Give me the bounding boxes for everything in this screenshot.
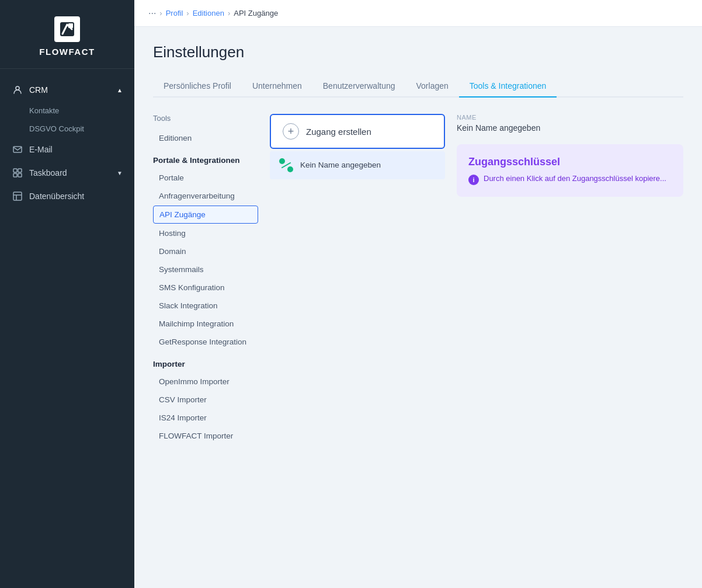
sidebar-item-taskboard[interactable]: Taskboard ▼ (0, 161, 134, 185)
menu-item-anfragenverarbeitung[interactable]: Anfragenverarbeitung (153, 187, 258, 204)
menu-item-flowfact-importer[interactable]: FLOWFACT Importer (153, 427, 258, 444)
svg-point-2 (16, 86, 19, 90)
api-icon (279, 158, 293, 172)
svg-rect-8 (13, 192, 22, 200)
svg-rect-3 (13, 147, 22, 152)
tab-unternehmen[interactable]: Unternehmen (242, 75, 312, 98)
menu-item-slack-integration[interactable]: Slack Integration (153, 297, 258, 314)
sidebar-item-dsgvo[interactable]: DSGVO Cockpit (0, 120, 134, 138)
zugang-title: Zugangsschlüssel (468, 156, 672, 168)
sidebar-item-crm[interactable]: CRM ▲ (0, 78, 134, 102)
svg-rect-6 (13, 173, 17, 177)
logo-area: FLOWFACT (0, 0, 134, 69)
menu-item-editionen[interactable]: Editionen (153, 130, 258, 147)
settings-tabs: Persönliches Profil Unternehmen Benutzer… (153, 75, 683, 98)
email-label: E-Mail (29, 145, 123, 154)
section-tools-label: Tools (153, 114, 258, 123)
sidebar-navigation: CRM ▲ Kontakte DSGVO Cockpit E-Mail (0, 69, 134, 588)
zugang-card: Zugangsschlüssel i Durch einen Klick auf… (457, 144, 683, 197)
sidebar-item-kontakte[interactable]: Kontakte (0, 102, 134, 120)
breadcrumb-dots[interactable]: ··· (148, 8, 156, 19)
zugang-info: i Durch einen Klick auf den Zugangsschlü… (468, 174, 672, 185)
logo-text: FLOWFACT (39, 47, 95, 57)
breadcrumb-sep-1: › (159, 9, 162, 18)
menu-item-portale[interactable]: Portale (153, 169, 258, 186)
tab-tools-integrationen[interactable]: Tools & Integrationen (459, 75, 557, 98)
svg-rect-5 (18, 169, 22, 172)
taskboard-icon (12, 167, 23, 179)
tab-persoenliches-profil[interactable]: Persönliches Profil (153, 75, 242, 98)
breadcrumb-sep-2: › (186, 9, 189, 18)
list-item-name: Kein Name angegeben (300, 160, 381, 171)
logo-icon (54, 16, 80, 42)
name-field-value: Kein Name angegeben (457, 123, 683, 133)
sidebar-item-email[interactable]: E-Mail (0, 138, 134, 161)
three-col-layout: Tools Editionen Portale & Integrationen … (153, 114, 683, 572)
sidebar: FLOWFACT CRM ▲ Kontakte DSGVO Cockpit E-… (0, 0, 134, 588)
right-col: Name Kein Name angegeben Zugangsschlüsse… (457, 114, 683, 572)
breadcrumb-api-zugaenge: API Zugänge (234, 9, 278, 18)
topbar: ··· › Profil › Editionen › API Zugänge (134, 0, 702, 27)
menu-item-systemmails[interactable]: Systemmails (153, 261, 258, 278)
menu-item-hosting[interactable]: Hosting (153, 225, 258, 242)
tab-vorlagen[interactable]: Vorlagen (406, 75, 459, 98)
left-sidebar: Tools Editionen Portale & Integrationen … (153, 114, 270, 572)
name-field-label: Name (457, 114, 683, 121)
breadcrumb-editionen[interactable]: Editionen (193, 9, 224, 18)
menu-item-api-zugaenge[interactable]: API Zugänge (153, 206, 258, 224)
datenuebersicht-icon (12, 190, 23, 202)
svg-rect-1 (68, 23, 73, 28)
section-portale-label: Portale & Integrationen (153, 156, 258, 165)
crm-label: CRM (29, 85, 111, 95)
menu-item-mailchimp-integration[interactable]: Mailchimp Integration (153, 315, 258, 332)
breadcrumb-sep-3: › (228, 9, 230, 18)
middle-col: + Zugang erstellen Kein Name angegeben (270, 114, 457, 572)
main-content: ··· › Profil › Editionen › API Zugänge E… (134, 0, 702, 588)
page-title: Einstellungen (153, 43, 683, 61)
tab-benutzerverwaltung[interactable]: Benutzerverwaltung (312, 75, 406, 98)
menu-item-sms-konfiguration[interactable]: SMS Konfiguration (153, 279, 258, 296)
crm-chevron: ▲ (117, 87, 123, 93)
taskboard-label: Taskboard (29, 168, 111, 178)
menu-item-csv-importer[interactable]: CSV Importer (153, 391, 258, 408)
datenuebersicht-label: Datenübersicht (29, 192, 123, 201)
svg-rect-4 (13, 169, 17, 172)
menu-item-getresponse-integration[interactable]: GetResponse Integration (153, 333, 258, 350)
create-button-label: Zugang erstellen (306, 127, 371, 137)
menu-item-is24-importer[interactable]: IS24 Importer (153, 409, 258, 426)
create-zugang-button[interactable]: + Zugang erstellen (270, 114, 445, 149)
menu-item-openimmo[interactable]: OpenImmo Importer (153, 373, 258, 390)
menu-item-domain[interactable]: Domain (153, 243, 258, 260)
crm-icon (12, 84, 23, 96)
plus-icon: + (283, 123, 299, 140)
content-area: Einstellungen Persönliches Profil Untern… (134, 27, 702, 588)
svg-rect-7 (18, 173, 22, 177)
email-icon (12, 144, 23, 155)
taskboard-chevron: ▼ (117, 170, 123, 176)
breadcrumb-profil[interactable]: Profil (166, 9, 183, 18)
section-importer-label: Importer (153, 360, 258, 368)
zugang-info-text: Durch einen Klick auf den Zugangsschlüss… (484, 174, 666, 183)
info-icon: i (468, 175, 479, 185)
api-zugang-list-item[interactable]: Kein Name angegeben (270, 151, 445, 179)
sidebar-item-datenuebersicht[interactable]: Datenübersicht (0, 185, 134, 208)
